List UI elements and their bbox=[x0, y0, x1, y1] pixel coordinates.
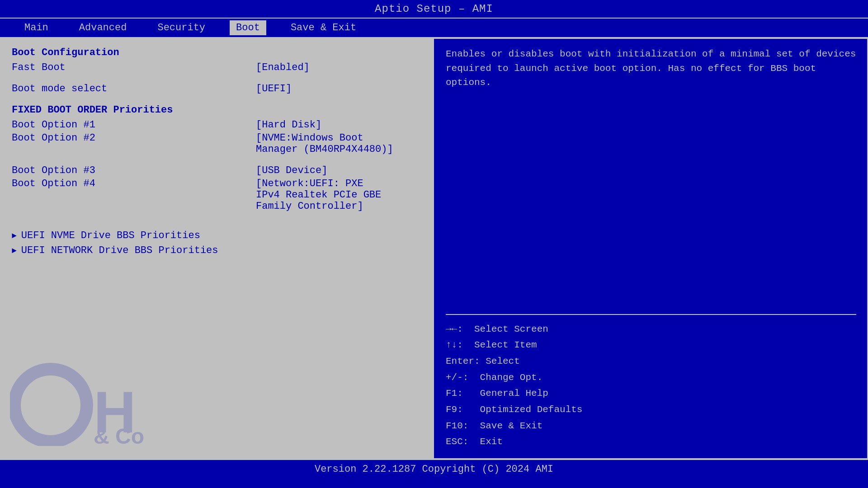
app-title: Aptio Setup – AMI bbox=[375, 3, 493, 15]
key-legend-item: Enter: Select bbox=[446, 353, 856, 370]
key-legend-item: F10: Save & Exit bbox=[446, 418, 856, 434]
boot-option-2-label: Boot Option #2 bbox=[12, 132, 256, 144]
uefi-network-bbs[interactable]: ► UEFI NETWORK Drive BBS Priorities bbox=[12, 245, 423, 256]
divider bbox=[446, 314, 856, 315]
key-legend-item: ESC: Exit bbox=[446, 434, 856, 450]
boot-option-3-value: [USB Device] bbox=[256, 165, 327, 176]
nav-boot[interactable]: Boot bbox=[230, 20, 266, 35]
boot-mode-value: [UEFI] bbox=[256, 83, 292, 94]
boot-option-1-label: Boot Option #1 bbox=[12, 119, 256, 131]
watermark: H & Co bbox=[10, 356, 200, 449]
main-area: Boot Configuration Fast Boot [Enabled] B… bbox=[0, 38, 868, 459]
section-title: Boot Configuration bbox=[12, 47, 423, 58]
boot-option-3-row[interactable]: Boot Option #3 [USB Device] bbox=[12, 165, 423, 176]
boot-mode-row[interactable]: Boot mode select [UEFI] bbox=[12, 83, 423, 94]
uefi-network-bbs-label: UEFI NETWORK Drive BBS Priorities bbox=[21, 245, 218, 256]
key-legend-item: F1: General Help bbox=[446, 385, 856, 402]
footer-text: Version 2.22.1287 Copyright (C) 2024 AMI bbox=[315, 464, 553, 475]
boot-option-1-row[interactable]: Boot Option #1 [Hard Disk] bbox=[12, 119, 423, 131]
help-text: Enables or disables boot with initializa… bbox=[446, 47, 856, 308]
nav-save-exit[interactable]: Save & Exit bbox=[284, 20, 363, 35]
boot-option-1-value: [Hard Disk] bbox=[256, 119, 321, 131]
fast-boot-row[interactable]: Fast Boot [Enabled] bbox=[12, 62, 423, 73]
fast-boot-value: [Enabled] bbox=[256, 62, 310, 73]
boot-option-2-row[interactable]: Boot Option #2 [NVME:Windows Boot Manage… bbox=[12, 132, 423, 155]
key-legend-item: F9: Optimized Defaults bbox=[446, 402, 856, 418]
left-panel: Boot Configuration Fast Boot [Enabled] B… bbox=[1, 39, 435, 458]
right-panel: Enables or disables boot with initializa… bbox=[435, 39, 867, 458]
boot-option-4-row[interactable]: Boot Option #4 [Network:UEFI: PXE IPv4 R… bbox=[12, 178, 423, 212]
nav-main[interactable]: Main bbox=[18, 20, 55, 35]
boot-mode-label: Boot mode select bbox=[12, 83, 256, 94]
nav-security[interactable]: Security bbox=[151, 20, 212, 35]
key-legend: →←: Select Screen ↑↓: Select Item Enter:… bbox=[446, 321, 856, 450]
key-legend-item: →←: Select Screen bbox=[446, 321, 856, 338]
boot-option-4-value: [Network:UEFI: PXE IPv4 Realtek PCIe GBE… bbox=[256, 178, 381, 212]
arrow-icon: ► bbox=[12, 231, 17, 240]
svg-rect-1 bbox=[46, 393, 69, 403]
nav-bar: Main Advanced Security Boot Save & Exit bbox=[0, 18, 868, 38]
uefi-nvme-bbs[interactable]: ► UEFI NVME Drive BBS Priorities bbox=[12, 230, 423, 241]
title-bar: Aptio Setup – AMI bbox=[0, 0, 868, 18]
key-legend-item: +/-: Change Opt. bbox=[446, 370, 856, 386]
key-legend-item: ↑↓: Select Item bbox=[446, 337, 856, 353]
fast-boot-label: Fast Boot bbox=[12, 62, 256, 73]
fixed-order-label: FIXED BOOT ORDER Priorities bbox=[12, 104, 423, 116]
uefi-nvme-bbs-label: UEFI NVME Drive BBS Priorities bbox=[21, 230, 200, 241]
svg-point-0 bbox=[14, 369, 87, 441]
nav-advanced[interactable]: Advanced bbox=[73, 20, 133, 35]
svg-text:& Co: & Co bbox=[94, 424, 144, 446]
footer: Version 2.22.1287 Copyright (C) 2024 AMI bbox=[0, 459, 868, 479]
boot-option-2-value: [NVME:Windows Boot Manager (BM40RP4X4480… bbox=[256, 132, 393, 155]
boot-option-4-label: Boot Option #4 bbox=[12, 178, 256, 189]
boot-option-3-label: Boot Option #3 bbox=[12, 165, 256, 176]
arrow-icon-2: ► bbox=[12, 246, 17, 255]
